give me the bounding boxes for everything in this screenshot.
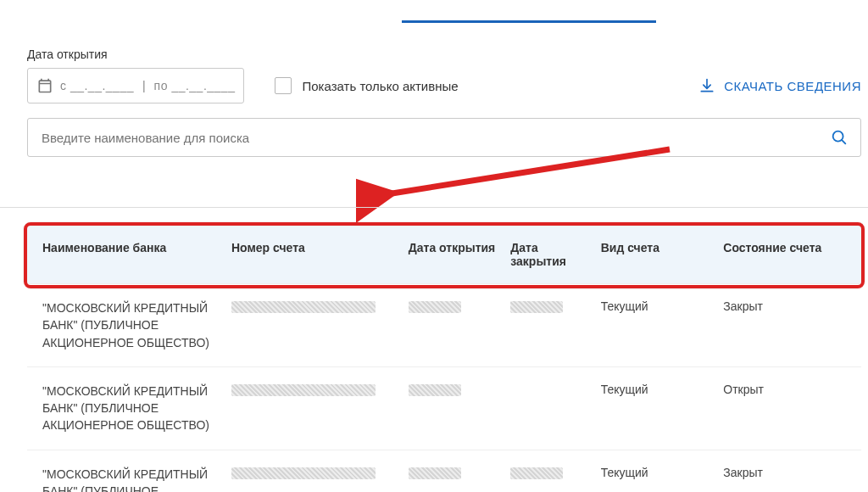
checkbox-box (275, 77, 292, 94)
cell-state: Закрыт (716, 284, 861, 367)
table-row[interactable]: "МОСКОВСКИЙ КРЕДИТНЫЙ БАНК" (ПУБЛИЧНОЕ А… (27, 366, 861, 450)
cell-open-date (402, 284, 504, 367)
active-tab-underline (402, 20, 656, 23)
cell-bank: "МОСКОВСКИЙ КРЕДИТНЫЙ БАНК" (ПУБЛИЧНОЕ А… (27, 366, 225, 450)
date-to-placeholder: __.__.____ (171, 79, 235, 92)
table-header-row: Наименование банка Номер счета Дата откр… (27, 226, 861, 284)
table-row[interactable]: "МОСКОВСКИЙ КРЕДИТНЫЙ БАНК" (ПУБЛИЧНОЕ А… (27, 284, 861, 367)
cell-account-no (225, 366, 402, 450)
cell-bank: "МОСКОВСКИЙ КРЕДИТНЫЙ БАНК" (ПУБЛИЧНОЕ А… (27, 450, 225, 492)
cell-close-date (504, 284, 593, 367)
show-active-only-checkbox[interactable]: Показать только активные (275, 77, 458, 94)
download-label: СКАЧАТЬ СВЕДЕНИЯ (724, 79, 861, 93)
cell-account-no (225, 450, 402, 492)
cell-bank: "МОСКОВСКИЙ КРЕДИТНЫЙ БАНК" (ПУБЛИЧНОЕ А… (27, 284, 225, 367)
cell-close-date (504, 366, 593, 450)
col-state[interactable]: Состояние счета (716, 226, 861, 284)
col-open-date[interactable]: Дата открытия (402, 226, 504, 284)
cell-state: Открыт (716, 366, 861, 450)
download-button[interactable]: СКАЧАТЬ СВЕДЕНИЯ (698, 77, 861, 94)
cell-open-date (402, 366, 504, 450)
cell-type: Текущий (594, 450, 717, 492)
checkbox-label: Показать только активные (302, 79, 458, 93)
col-bank-name[interactable]: Наименование банка (27, 226, 225, 284)
date-range-separator: | (142, 79, 146, 92)
calendar-icon (36, 77, 53, 94)
cell-type: Текущий (594, 284, 717, 367)
accounts-table-container: Наименование банка Номер счета Дата откр… (27, 226, 861, 492)
date-range-input[interactable]: с __.__.____ | по __.__.____ (27, 68, 244, 103)
col-close-date[interactable]: Дата закрытия (504, 226, 593, 284)
search-input-wrapper[interactable] (27, 118, 861, 157)
cell-state: Закрыт (716, 450, 861, 492)
search-icon (830, 128, 849, 147)
cell-close-date (504, 450, 593, 492)
download-icon (698, 77, 715, 94)
date-from-placeholder: __.__.____ (70, 79, 134, 92)
cell-open-date (402, 450, 504, 492)
search-input[interactable] (40, 130, 830, 146)
col-account-no[interactable]: Номер счета (225, 226, 402, 284)
accounts-table: Наименование банка Номер счета Дата откр… (27, 226, 861, 492)
date-open-label: Дата открытия (27, 48, 861, 61)
date-to-prefix: по (154, 79, 168, 92)
date-from-prefix: с (60, 79, 67, 92)
table-row[interactable]: "МОСКОВСКИЙ КРЕДИТНЫЙ БАНК" (ПУБЛИЧНОЕ А… (27, 450, 861, 492)
col-account-type[interactable]: Вид счета (594, 226, 717, 284)
cell-type: Текущий (594, 366, 717, 450)
section-divider (0, 207, 868, 208)
cell-account-no (225, 284, 402, 367)
svg-line-1 (842, 140, 845, 143)
